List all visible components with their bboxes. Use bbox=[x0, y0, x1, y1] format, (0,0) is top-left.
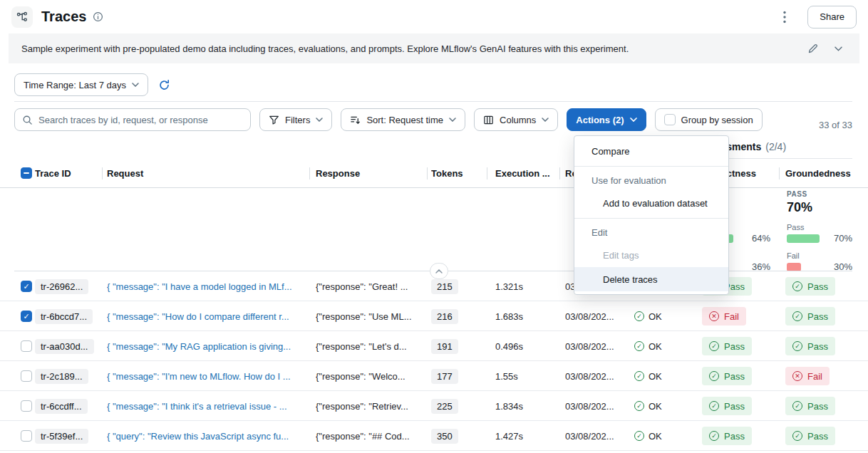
menu-item-add-to-evaluation-dataset[interactable]: Add to evaluation dataset bbox=[574, 191, 728, 215]
correctness-badge: Fail bbox=[702, 307, 746, 326]
response-text: {"response": "Retriev... bbox=[316, 401, 408, 412]
chevron-down-icon bbox=[316, 118, 323, 122]
banner-expand-chevron-icon[interactable] bbox=[835, 46, 842, 51]
trace-id-link[interactable]: tr-26962... bbox=[35, 279, 88, 294]
trace-id-link[interactable]: tr-2c189... bbox=[35, 369, 88, 384]
ok-check-icon bbox=[634, 401, 644, 411]
column-header-tokens[interactable]: Tokens bbox=[431, 159, 463, 188]
trace-id-link[interactable]: tr-6ccdff... bbox=[35, 399, 88, 414]
assessment-icon bbox=[792, 371, 802, 381]
row-checkbox[interactable] bbox=[21, 370, 32, 382]
column-header-execution[interactable]: Execution ... bbox=[495, 159, 550, 188]
chevron-down-icon bbox=[630, 118, 637, 122]
request-link[interactable]: { "message": "I'm new to MLflow. How do … bbox=[107, 371, 291, 382]
row-checkbox[interactable] bbox=[21, 281, 32, 292]
columns-button[interactable]: Columns bbox=[474, 108, 558, 131]
column-header-request[interactable]: Request bbox=[107, 159, 301, 188]
correctness-badge: Pass bbox=[702, 427, 752, 445]
traces-icon bbox=[11, 6, 33, 28]
assessment-icon bbox=[709, 431, 719, 441]
tokens-value: 350 bbox=[431, 429, 458, 444]
table-header-row: Trace ID Request Response Tokens Executi… bbox=[0, 159, 868, 188]
columns-label: Columns bbox=[500, 115, 536, 125]
request-time: 03/08/202... bbox=[565, 341, 614, 352]
group-by-session-label: Group by session bbox=[681, 115, 753, 125]
trace-id-link[interactable]: tr-5f39ef... bbox=[35, 429, 88, 444]
overflow-menu-icon[interactable] bbox=[775, 7, 795, 27]
execution-time: 1.55s bbox=[495, 371, 518, 382]
correctness-badge: Pass bbox=[702, 397, 752, 415]
row-checkbox[interactable] bbox=[21, 340, 32, 352]
search-input[interactable] bbox=[38, 115, 243, 125]
menu-item-compare[interactable]: Compare bbox=[574, 139, 728, 163]
groundedness-overall-label: PASS bbox=[787, 190, 852, 198]
page-title: Traces bbox=[41, 9, 86, 25]
divider bbox=[14, 101, 852, 102]
response-text: {"response": "## Cod... bbox=[316, 431, 410, 442]
banner-text: Sample experiment with pre-populated dem… bbox=[21, 43, 807, 54]
ok-check-icon bbox=[634, 311, 644, 321]
info-icon[interactable] bbox=[93, 11, 103, 22]
collapse-summary-button[interactable] bbox=[430, 263, 448, 279]
request-link[interactable]: { "message": "I have a model logged in M… bbox=[107, 281, 292, 292]
filters-label: Filters bbox=[285, 115, 310, 125]
groundedness-pass-pct: 70% bbox=[834, 233, 852, 244]
state-badge: OK bbox=[634, 311, 662, 322]
actions-dropdown-menu: Compare Use for evaluation Add to evalua… bbox=[574, 135, 729, 295]
correctness-badge: Pass bbox=[702, 367, 752, 385]
column-header-trace-id[interactable]: Trace ID bbox=[35, 159, 71, 188]
correctness-badge: Pass bbox=[702, 337, 752, 355]
tokens-value: 225 bbox=[431, 399, 458, 414]
time-range-row: Time Range: Last 7 days bbox=[14, 73, 170, 96]
state-badge: OK bbox=[634, 371, 662, 382]
sort-label: Sort: Request time bbox=[366, 115, 443, 125]
assessment-icon bbox=[792, 281, 802, 291]
groundedness-pass-bar bbox=[787, 234, 820, 243]
share-button[interactable]: Share bbox=[807, 6, 857, 28]
row-checkbox[interactable] bbox=[21, 400, 32, 412]
row-checkbox[interactable] bbox=[21, 311, 32, 322]
select-all-checkbox[interactable] bbox=[21, 167, 32, 179]
chevron-down-icon bbox=[449, 118, 456, 122]
trace-id-link[interactable]: tr-aa030d... bbox=[35, 339, 94, 354]
group-by-session-checkbox[interactable] bbox=[664, 114, 676, 125]
edit-description-icon[interactable] bbox=[807, 43, 819, 54]
execution-time: 1.683s bbox=[495, 311, 523, 322]
request-link[interactable]: { "message": "How do I compare different… bbox=[107, 311, 289, 322]
refresh-icon[interactable] bbox=[158, 79, 170, 91]
execution-time: 0.496s bbox=[495, 341, 523, 352]
tokens-value: 177 bbox=[431, 369, 458, 384]
request-link[interactable]: { "message": "My RAG application is givi… bbox=[107, 341, 291, 352]
trace-toolbar: Filters Sort: Request time Columns Ac bbox=[14, 108, 763, 131]
request-link[interactable]: { "query": "Review this JavaScript async… bbox=[107, 431, 289, 442]
menu-divider bbox=[574, 166, 728, 167]
correctness-pass-pct: 64% bbox=[752, 233, 770, 244]
column-header-response[interactable]: Response bbox=[316, 159, 418, 188]
table-row: tr-aa030d... { "message": "My RAG applic… bbox=[0, 331, 868, 361]
row-checkbox[interactable] bbox=[21, 430, 32, 442]
tokens-value: 191 bbox=[431, 339, 458, 354]
search-icon bbox=[22, 115, 33, 125]
groundedness-badge: Pass bbox=[785, 337, 835, 355]
tokens-value: 215 bbox=[431, 279, 458, 294]
search-box[interactable] bbox=[14, 108, 251, 131]
response-text: {"response": "Let's d... bbox=[316, 341, 407, 352]
execution-time: 1.427s bbox=[495, 431, 523, 442]
groundedness-pass-label: Pass bbox=[787, 223, 852, 231]
menu-section-edit: Edit bbox=[574, 222, 728, 243]
trace-id-link[interactable]: tr-6bccd7... bbox=[35, 309, 93, 324]
assessment-icon bbox=[792, 431, 802, 441]
assessment-icon bbox=[709, 341, 719, 351]
menu-item-delete-traces[interactable]: Delete traces bbox=[574, 267, 728, 291]
filters-button[interactable]: Filters bbox=[259, 108, 332, 131]
column-header-groundedness[interactable]: Groundedness bbox=[785, 159, 852, 188]
request-link[interactable]: { "message": "I think it's a retrieval i… bbox=[107, 401, 287, 412]
group-by-session-toggle[interactable]: Group by session bbox=[655, 108, 763, 131]
actions-button[interactable]: Actions (2) bbox=[567, 108, 646, 131]
time-range-dropdown[interactable]: Time Range: Last 7 days bbox=[14, 73, 148, 96]
sort-button[interactable]: Sort: Request time bbox=[341, 108, 465, 131]
response-text: {"response": "Great! ... bbox=[316, 281, 408, 292]
traces-page: Traces Share Sample experiment with pre-… bbox=[0, 0, 868, 453]
execution-time: 1.321s bbox=[495, 281, 523, 292]
ok-check-icon bbox=[634, 431, 644, 441]
